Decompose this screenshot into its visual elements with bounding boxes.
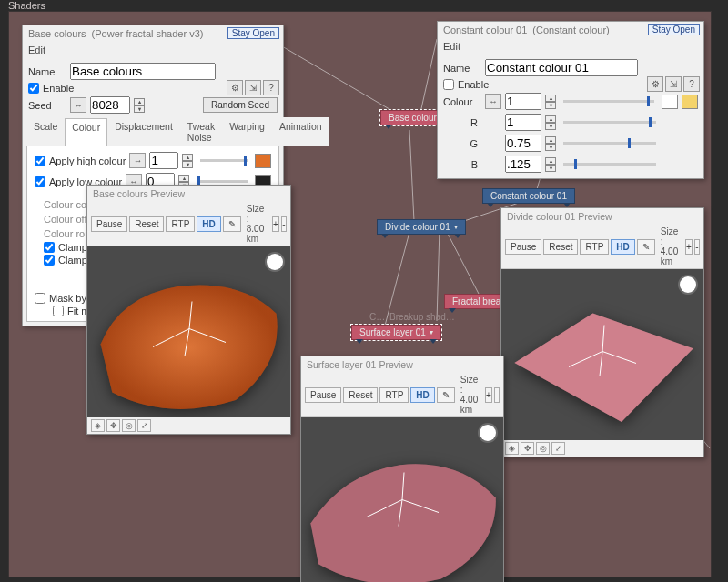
node-divide-colour[interactable]: Divide colour 01▾ — [377, 219, 466, 235]
tab-colour[interactable]: Colour — [65, 118, 107, 146]
preview-title: Divide colour 01 Preview — [501, 208, 703, 225]
rtp-button[interactable]: RTP — [166, 216, 195, 232]
minus-button[interactable]: - — [694, 239, 700, 255]
pause-button[interactable]: Pause — [305, 387, 341, 403]
colour-label: Colour — [443, 96, 481, 107]
reset-button[interactable]: Reset — [543, 239, 578, 255]
preview-viewport[interactable] — [301, 417, 503, 582]
rtp-button[interactable]: RTP — [379, 387, 409, 403]
minus-button[interactable]: - — [494, 387, 500, 403]
foot-move-icon[interactable]: ✥ — [521, 442, 534, 455]
foot-expand-icon[interactable]: ⤢ — [551, 442, 565, 455]
edit-menu[interactable]: Edit — [438, 41, 703, 55]
help-icon[interactable]: ? — [683, 76, 700, 92]
preview-viewport[interactable] — [87, 246, 290, 417]
tab-animation[interactable]: Animation — [272, 117, 329, 146]
b-slider[interactable] — [563, 163, 656, 166]
pen-icon[interactable]: ✎ — [223, 216, 241, 232]
svg-line-7 — [600, 352, 602, 376]
g-input[interactable] — [505, 135, 541, 152]
colour-swatch-main[interactable] — [662, 95, 678, 109]
r-input[interactable] — [505, 114, 541, 131]
minus-button[interactable]: - — [281, 216, 287, 232]
colour-slider[interactable] — [563, 100, 654, 103]
foot-target-icon[interactable]: ◎ — [536, 442, 550, 455]
size-label: Size : 4.00 km — [457, 375, 483, 415]
colour-roughness-label: Colour rou — [44, 228, 90, 239]
colour-slider-icon[interactable]: ↔ — [485, 94, 501, 109]
preview-surface-layer: Surface layer 01 Preview Pause Reset RTP… — [300, 356, 504, 582]
seed-slider-icon[interactable]: ↔ — [70, 97, 86, 113]
shaders-panel-title: Shaders — [8, 0, 46, 11]
edit-menu[interactable]: Edit — [23, 45, 283, 59]
svg-line-2 — [189, 302, 192, 329]
preview-viewport[interactable] — [501, 269, 703, 440]
svg-line-4 — [569, 352, 602, 367]
hd-button[interactable]: HD — [197, 216, 220, 232]
svg-line-10 — [402, 473, 404, 500]
reset-button[interactable]: Reset — [343, 387, 378, 403]
rtp-button[interactable]: RTP — [580, 239, 609, 255]
r-slider[interactable] — [563, 121, 656, 124]
svg-line-8 — [367, 500, 402, 517]
pen-icon[interactable]: ✎ — [637, 239, 655, 255]
high-slider-icon[interactable]: ↔ — [129, 153, 146, 168]
pen-icon[interactable]: ✎ — [437, 387, 455, 403]
hd-button[interactable]: HD — [410, 387, 434, 403]
node-constant-colour[interactable]: Constant colour 01 — [482, 188, 575, 204]
size-label: Size : 8.00 km — [243, 204, 270, 244]
g-slider[interactable] — [563, 142, 656, 145]
seed-label: Seed — [28, 100, 66, 111]
settings-icon[interactable]: ⚙ — [227, 80, 243, 95]
reset-button[interactable]: Reset — [129, 216, 164, 232]
foot-expand-icon[interactable]: ⤢ — [137, 419, 151, 432]
tab-displacement[interactable]: Displacement — [107, 117, 180, 146]
foot-eye-icon[interactable]: ◈ — [91, 419, 105, 432]
size-label: Size : 4.00 km — [657, 226, 683, 266]
seed-input[interactable] — [90, 96, 130, 114]
name-input[interactable] — [485, 59, 638, 76]
settings-icon[interactable]: ⚙ — [647, 76, 663, 92]
foot-target-icon[interactable]: ◎ — [122, 419, 136, 432]
colour-swatch-accent[interactable] — [682, 95, 698, 109]
link-icon[interactable]: ⇲ — [245, 80, 261, 95]
sun-icon — [680, 276, 696, 293]
plus-button[interactable]: + — [485, 387, 492, 403]
low-colour-slider[interactable] — [197, 180, 248, 183]
tab-warping[interactable]: Warping — [222, 117, 272, 146]
b-label: B — [443, 159, 481, 170]
preview-title: Surface layer 01 Preview — [301, 356, 503, 373]
high-colour-slider[interactable] — [200, 159, 248, 162]
plus-button[interactable]: + — [272, 216, 279, 232]
svg-line-1 — [189, 329, 226, 343]
high-colour-swatch[interactable] — [255, 154, 271, 168]
ghost-label-c: C… — [369, 312, 385, 322]
plus-button[interactable]: + — [685, 239, 693, 255]
apply-high-checkbox[interactable]: Apply high colour — [35, 156, 126, 166]
tab-bar: Scale Colour Displacement Tweak Noise Wa… — [23, 117, 283, 146]
foot-move-icon[interactable]: ✥ — [106, 419, 120, 432]
colour-value-input[interactable] — [505, 93, 541, 110]
ghost-label-breakup: Breakup shad… — [389, 312, 455, 322]
stay-open-button[interactable]: Stay Open — [228, 27, 279, 39]
pause-button[interactable]: Pause — [91, 216, 127, 232]
hd-button[interactable]: HD — [611, 239, 634, 255]
svg-line-11 — [399, 500, 402, 527]
seed-spinner[interactable]: ▴▾ — [134, 98, 145, 113]
pause-button[interactable]: Pause — [505, 239, 541, 255]
name-input[interactable] — [70, 63, 216, 80]
name-label: Name — [28, 66, 66, 77]
help-icon[interactable]: ? — [263, 80, 279, 95]
link-icon[interactable]: ⇲ — [665, 76, 682, 92]
tab-tweak-noise[interactable]: Tweak Noise — [180, 117, 222, 146]
stay-open-button[interactable]: Stay Open — [648, 24, 700, 35]
svg-line-3 — [185, 329, 189, 356]
high-colour-input[interactable] — [149, 152, 178, 169]
foot-eye-icon[interactable]: ◈ — [505, 442, 519, 455]
node-surface-layer[interactable]: Surface layer 01▾ — [351, 325, 441, 340]
random-seed-button[interactable]: Random Seed — [203, 97, 278, 113]
shaders-panel: Base colours▾ Constant colour 01 Divide … — [8, 11, 712, 577]
b-input[interactable] — [505, 156, 541, 173]
preview-divide-colour: Divide colour 01 Preview Pause Reset RTP… — [500, 207, 704, 457]
tab-scale[interactable]: Scale — [26, 117, 65, 146]
